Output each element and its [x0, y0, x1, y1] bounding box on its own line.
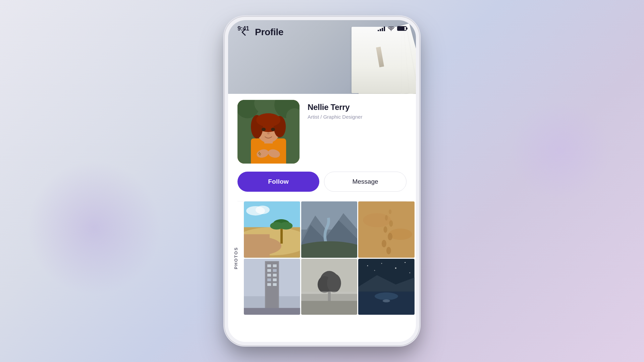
photos-label: PHOTOS [228, 201, 244, 315]
user-info: Nellie Terry Artist / Graphic Designer [308, 100, 407, 120]
profile-info-section: Nellie Terry Artist / Graphic Designer [228, 94, 416, 172]
photo-dark [358, 259, 415, 315]
action-buttons: Follow Message [228, 172, 416, 201]
svg-point-29 [256, 206, 270, 214]
photo-item[interactable] [301, 259, 358, 315]
message-button[interactable]: Message [324, 172, 407, 192]
follow-button[interactable]: Follow [237, 172, 319, 192]
photos-grid [244, 201, 416, 315]
svg-rect-23 [244, 234, 270, 258]
svg-rect-68 [301, 291, 358, 301]
battery-fill [398, 27, 405, 30]
svg-point-72 [375, 292, 398, 300]
svg-rect-59 [273, 283, 277, 286]
svg-rect-53 [273, 269, 277, 272]
photo-item[interactable] [358, 259, 415, 315]
svg-point-27 [279, 222, 292, 229]
phone-frame: 9:41 [225, 17, 419, 345]
svg-rect-56 [267, 278, 271, 281]
svg-point-11 [256, 113, 280, 127]
user-job-title: Artist / Graphic Designer [308, 114, 407, 120]
svg-rect-52 [267, 269, 271, 272]
svg-point-67 [327, 274, 341, 292]
photos-section: PHOTOS [228, 201, 416, 321]
svg-point-41 [388, 233, 392, 240]
phone-screen: 9:41 [228, 20, 416, 342]
svg-rect-60 [244, 308, 300, 315]
signal-bar-2 [380, 29, 381, 31]
svg-point-44 [385, 215, 388, 221]
photo-tree [301, 259, 358, 315]
avatar [237, 100, 300, 164]
cover-section: 9:41 [228, 20, 416, 94]
svg-point-78 [410, 272, 411, 273]
photo-item[interactable] [301, 201, 358, 258]
svg-point-76 [405, 262, 406, 263]
battery-icon [397, 26, 407, 31]
photo-item[interactable] [244, 259, 300, 315]
photo-desert [244, 201, 300, 258]
svg-point-77 [374, 270, 375, 271]
photo-item[interactable] [244, 201, 300, 258]
svg-point-34 [301, 241, 358, 258]
status-bar: 9:41 [228, 20, 416, 37]
signal-bar-4 [384, 26, 385, 31]
avatar-image [237, 100, 300, 164]
svg-point-75 [395, 267, 396, 269]
svg-point-43 [389, 220, 393, 227]
svg-point-73 [367, 265, 368, 266]
svg-rect-58 [267, 283, 271, 286]
photo-building [244, 259, 300, 315]
svg-point-12 [262, 128, 266, 131]
user-name: Nellie Terry [308, 103, 407, 112]
svg-point-14 [267, 132, 270, 134]
photo-footprints [358, 201, 415, 258]
svg-point-13 [271, 128, 275, 131]
photo-mountains [301, 201, 358, 258]
wifi-icon [388, 26, 394, 31]
svg-point-40 [382, 240, 386, 247]
svg-rect-54 [267, 274, 271, 276]
svg-rect-57 [273, 278, 277, 281]
status-icons [378, 26, 407, 31]
photo-item[interactable] [358, 201, 415, 258]
signal-bar-1 [378, 30, 379, 31]
svg-rect-55 [273, 274, 277, 276]
svg-rect-51 [273, 264, 277, 267]
svg-point-79 [383, 299, 390, 302]
avatar-container [237, 100, 300, 164]
status-time: 9:41 [237, 25, 249, 32]
svg-rect-50 [267, 264, 271, 267]
profile-content[interactable]: Nellie Terry Artist / Graphic Designer F… [228, 94, 416, 342]
signal-bar-3 [382, 28, 383, 31]
svg-point-45 [389, 209, 391, 214]
signal-icon [378, 26, 385, 31]
svg-point-39 [386, 247, 391, 254]
svg-point-74 [381, 263, 382, 264]
svg-point-42 [384, 226, 387, 233]
